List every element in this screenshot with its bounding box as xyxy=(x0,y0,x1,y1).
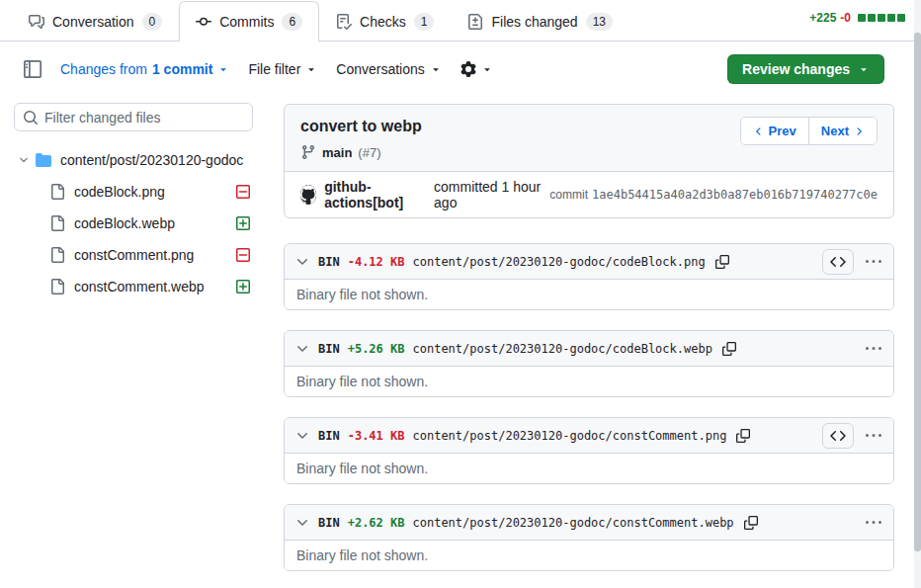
file-filter-label: File filter xyxy=(248,61,300,77)
commit-action-text: committed 1 hour ago xyxy=(434,179,542,210)
commit-diff-main: convert to webp main (#7) Prev Next xyxy=(284,104,894,588)
tree-file-row[interactable]: constComment.png xyxy=(14,241,253,269)
review-changes-button[interactable]: Review changes xyxy=(727,54,884,84)
changes-from-label: Changes from xyxy=(60,61,147,77)
file-diff-card: BIN -4.12 KB content/post/20230120-godoc… xyxy=(284,243,894,310)
diff-removed-icon xyxy=(235,184,251,200)
triangle-down-icon xyxy=(217,63,229,75)
file-diff-header: BIN -4.12 KB content/post/20230120-godoc… xyxy=(285,244,893,280)
file-path: content/post/20230120-godoc/constComment… xyxy=(412,516,733,530)
chevron-down-icon[interactable] xyxy=(294,515,310,531)
checklist-icon xyxy=(336,14,352,30)
gear-icon xyxy=(460,61,476,77)
prev-commit-button[interactable]: Prev xyxy=(741,118,808,144)
chevron-down-icon[interactable] xyxy=(294,254,310,270)
kebab-menu-icon[interactable] xyxy=(864,513,883,533)
file-icon xyxy=(49,184,65,200)
diffstat-block xyxy=(868,14,876,22)
vertical-scrollbar[interactable] xyxy=(914,0,921,588)
avatar[interactable] xyxy=(300,185,316,205)
copy-icon[interactable] xyxy=(744,516,758,530)
file-name: codeBlock.png xyxy=(74,184,165,200)
tab-counter: 0 xyxy=(142,13,163,31)
file-diff-card: BIN +5.26 KB content/post/20230120-godoc… xyxy=(284,330,894,397)
triangle-down-icon xyxy=(858,63,870,75)
tab-label: Checks xyxy=(360,14,406,30)
file-size-delta: -3.41 KB xyxy=(348,429,405,443)
file-tree: content/post/20230120-godoc codeBlock.pn… xyxy=(14,146,253,300)
conversations-dropdown[interactable]: Conversations xyxy=(336,61,442,77)
file-header-actions xyxy=(864,513,883,533)
bin-label: BIN xyxy=(318,255,340,269)
file-diff-header: BIN +2.62 KB content/post/20230120-godoc… xyxy=(285,505,893,541)
diff-added-icon xyxy=(235,279,251,294)
filter-changed-files-input[interactable] xyxy=(14,103,253,131)
diff-removed-icon xyxy=(235,247,251,263)
file-filter-dropdown[interactable]: File filter xyxy=(248,61,317,77)
file-name: codeBlock.webp xyxy=(74,215,175,231)
binary-file-message: Binary file not shown. xyxy=(285,367,893,396)
code-view-button[interactable] xyxy=(822,423,854,449)
file-path: content/post/20230120-godoc/codeBlock.pn… xyxy=(412,255,705,269)
folder-icon xyxy=(36,152,51,168)
kebab-menu-icon[interactable] xyxy=(864,339,883,359)
copy-icon[interactable] xyxy=(736,429,750,443)
diff-added-icon xyxy=(235,215,251,231)
tab-label: Commits xyxy=(219,14,274,30)
commit-ref: commit 1ae4b54415a40a2d3b0a87eb016b71974… xyxy=(549,188,878,202)
next-commit-button[interactable]: Next xyxy=(808,118,877,144)
tab-conversation[interactable]: Conversation 0 xyxy=(12,1,179,42)
diffstat-block xyxy=(858,14,866,22)
committer-name[interactable]: github-actions[bot] xyxy=(324,179,426,210)
diff-settings-dropdown[interactable] xyxy=(460,61,493,77)
commit-head: convert to webp main (#7) Prev Next xyxy=(285,105,893,171)
chevron-down-icon[interactable] xyxy=(294,341,310,357)
conversations-label: Conversations xyxy=(336,61,425,77)
file-name: constComment.webp xyxy=(74,279,205,294)
commit-hash: 1ae4b54415a40a2d3b0a87eb016b719740277c0e xyxy=(592,188,878,202)
chevron-left-icon xyxy=(753,126,765,137)
triangle-down-icon xyxy=(430,63,442,75)
tab-commits[interactable]: Commits 6 xyxy=(179,1,319,42)
file-diff-header: BIN -3.41 KB content/post/20230120-godoc… xyxy=(285,418,893,454)
file-size-delta: -4.12 KB xyxy=(348,255,405,269)
binary-file-message: Binary file not shown. xyxy=(285,541,893,570)
copy-icon[interactable] xyxy=(722,342,736,356)
file-diff-icon xyxy=(467,14,483,30)
search-icon xyxy=(23,110,39,126)
tab-counter: 1 xyxy=(414,13,435,31)
binary-file-message: Binary file not shown. xyxy=(285,454,893,483)
file-header-actions xyxy=(864,339,883,359)
tree-folder-row[interactable]: content/post/20230120-godoc xyxy=(14,146,253,174)
scrollbar-thumb[interactable] xyxy=(914,33,921,551)
bin-label: BIN xyxy=(318,342,340,356)
changes-from-dropdown[interactable]: Changes from 1 commit xyxy=(60,61,229,77)
triangle-down-icon xyxy=(481,63,493,75)
kebab-menu-icon[interactable] xyxy=(864,252,883,272)
binary-file-message: Binary file not shown. xyxy=(285,280,893,309)
code-view-button[interactable] xyxy=(822,249,854,275)
tree-file-row[interactable]: codeBlock.png xyxy=(14,178,253,206)
copy-icon[interactable] xyxy=(715,255,729,269)
tab-files-changed[interactable]: Files changed 13 xyxy=(451,1,629,42)
file-path: content/post/20230120-godoc/codeBlock.we… xyxy=(412,342,712,356)
chevron-right-icon xyxy=(853,126,865,137)
file-filter-box xyxy=(14,103,253,131)
tree-file-row[interactable]: codeBlock.webp xyxy=(14,210,253,237)
branch-row: main (#7) xyxy=(300,144,878,160)
bin-label: BIN xyxy=(318,516,340,530)
file-icon xyxy=(49,279,65,294)
sidebar-collapse-button[interactable] xyxy=(24,60,42,78)
folder-name: content/post/20230120-godoc xyxy=(60,152,243,168)
chevron-down-icon xyxy=(18,154,30,166)
diffstat-blocks xyxy=(858,14,905,22)
tree-file-row[interactable]: constComment.webp xyxy=(14,273,253,300)
file-size-delta: +5.26 KB xyxy=(348,342,405,356)
commit-header-card: convert to webp main (#7) Prev Next xyxy=(284,104,894,218)
file-name: constComment.png xyxy=(74,247,194,263)
chevron-down-icon[interactable] xyxy=(294,428,310,444)
tab-checks[interactable]: Checks 1 xyxy=(319,1,451,42)
file-path: content/post/20230120-godoc/constComment… xyxy=(412,429,726,443)
tab-label: Files changed xyxy=(491,14,577,30)
kebab-menu-icon[interactable] xyxy=(864,426,883,446)
